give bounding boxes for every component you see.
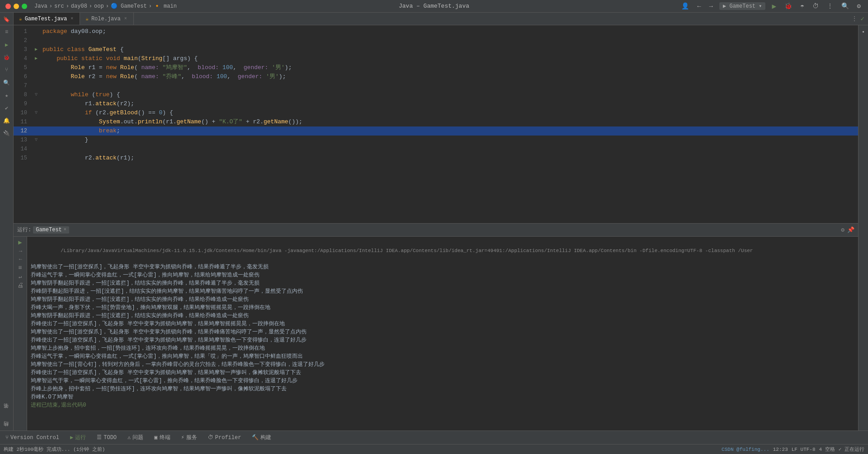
command-line: /Library/Java/JavaVirtualMachines/jdk-11…: [31, 239, 854, 263]
profile-button[interactable]: ⏱: [811, 2, 821, 11]
run-panel-content[interactable]: /Library/Java/JavaVirtualMachines/jdk-11…: [27, 237, 858, 431]
version-control-label: Version Control: [10, 435, 59, 441]
breadcrumb-day08[interactable]: day08: [71, 3, 87, 9]
code-line-1: 1 package day08.oop;: [14, 27, 858, 36]
minimize-button[interactable]: [14, 4, 19, 9]
output-line-9: 乔峰使出了一招[游空探爪]，飞起身形 半空中变掌为抓锁向鸠摩智，结果鸠摩智脸色一…: [31, 336, 854, 344]
issues-item[interactable]: ⚠ 问题: [126, 433, 145, 442]
tab-close-gametest[interactable]: ×: [70, 16, 74, 22]
code-line-5: 5 Role r1 = new Role( name: "鸠摩智", blood…: [14, 63, 858, 72]
output-line-5: 乔峰大喝一声，身形下伏，一招[势雷坐地]，捶向鸠摩智双腿，结果鸠摩智摇摇晃晃，一…: [31, 304, 854, 312]
pin-icon[interactable]: 📌: [847, 226, 854, 234]
maximize-button[interactable]: [22, 4, 27, 9]
tab-close-role[interactable]: ×: [123, 16, 128, 22]
run-panel-actions: ⚙ 📌: [841, 226, 854, 234]
minimap-icon: ▪: [862, 29, 865, 35]
tab-role[interactable]: ☕ Role.java ×: [80, 13, 133, 25]
breadcrumb-src[interactable]: src: [54, 3, 64, 9]
output-line-14: 鸠摩智运气于掌，一瞬间掌心变得血红，一式[掌心雷]，推向乔峰，结果乔峰脸色一下变…: [31, 377, 854, 385]
line-col[interactable]: 12:23: [773, 447, 788, 452]
build-status: 构建 2秒100毫秒 完成功... (1分钟 之前): [4, 446, 105, 453]
output-line-2: 鸠摩智阴手翻起阳手跟进，一招[没遮拦]，结结实实的捶向乔峰，结果乔峰遁了半步，毫…: [31, 279, 854, 287]
notification-icon[interactable]: 🔔: [2, 116, 12, 126]
version-control-item[interactable]: ⑂ Version Control: [4, 434, 61, 442]
run-config-dropdown[interactable]: ▶ GameTest ▾: [719, 2, 765, 10]
scroll-up-icon[interactable]: ↑: [17, 249, 23, 253]
terminal-label: 终端: [160, 434, 170, 441]
code-line-2: 2: [14, 36, 858, 45]
filter-icon[interactable]: ≡: [18, 264, 22, 271]
back-icon[interactable]: ←: [695, 2, 703, 11]
run-icon[interactable]: ▶: [2, 40, 12, 50]
services-label: 服务: [186, 434, 197, 441]
breadcrumb-oop[interactable]: oop: [94, 3, 104, 9]
more-button[interactable]: ⋮: [825, 1, 835, 11]
java-file-icon: ☕: [19, 16, 22, 22]
todo-label: TODO: [104, 435, 117, 441]
code-line-13: 13 ▽ }: [14, 136, 858, 145]
settings-icon[interactable]: ⚙: [855, 1, 863, 11]
tab-gametest[interactable]: ☕ GameTest.java ×: [14, 13, 80, 25]
forward-icon[interactable]: →: [708, 2, 715, 11]
output-line-1: 乔峰运气于掌，一瞬间掌心变得血红，一式[掌心雷]，推向鸠摩智，结果给鸠摩智造成一…: [31, 271, 854, 279]
find-icon[interactable]: 🔍: [2, 78, 12, 88]
run-label: 运行:: [17, 226, 31, 234]
main-area: ≡ ▶ 🐞 ⑂ 🔍 ★ ✔ 🔔 🔌 书签 结构 1 package day08.…: [0, 25, 868, 431]
debug-icon[interactable]: 🐞: [2, 52, 12, 62]
todo-item[interactable]: ☰ TODO: [95, 433, 118, 442]
output-exit: 进程已结束,退出代码0: [31, 401, 854, 409]
todo-icon[interactable]: ✔: [2, 103, 12, 113]
more-tabs-icon[interactable]: ⋮: [852, 15, 857, 22]
build-item[interactable]: 🔨 构建: [250, 433, 273, 442]
account-icon[interactable]: 👤: [679, 1, 691, 11]
build-label: 构建: [260, 434, 271, 441]
code-line-6: 6 Role r2 = new Role( name: "乔峰", blood:…: [14, 72, 858, 81]
run-panel-wrap: ▶ ↑ ↓ ≡ ↵ 🖨 /Library/Java/JavaVirtualMac…: [14, 237, 858, 431]
scroll-down-icon[interactable]: ↓: [17, 257, 23, 261]
git-status[interactable]: CSDN @fulfing...: [722, 447, 769, 452]
encoding[interactable]: LF UTF-8: [792, 447, 816, 452]
tabs-bar: 🔖 ☕ GameTest.java × ☕ Role.java × ⋮ ✓: [0, 13, 868, 25]
output-line-11: 乔峰运气于掌，一瞬间掌心变得血红，一式[掌心雷]，推向鸠摩智，结果「哎」的一声，…: [31, 352, 854, 360]
git-branch-icon: ⑂: [5, 435, 9, 441]
terminal-icon: ▣: [154, 434, 157, 441]
settings-icon-run[interactable]: ⚙: [841, 226, 844, 234]
code-line-8: 8 ▽ while (true) {: [14, 90, 858, 99]
wrap-icon[interactable]: ↵: [19, 273, 22, 280]
code-line-11: 11 System.out.println(r1.getName() + "K.…: [14, 117, 858, 126]
run-play-icon[interactable]: ▶: [18, 239, 22, 246]
checkmark-icon: ✓: [861, 15, 864, 23]
status-left: 构建 2秒100毫秒 完成功... (1分钟 之前): [4, 446, 105, 453]
run-config-close[interactable]: ×: [64, 227, 66, 232]
print-icon[interactable]: 🖨: [17, 282, 24, 289]
structure-icon[interactable]: ≡: [2, 27, 12, 37]
output-line-13: 乔峰使出了一招[游空探爪]，飞起身形 半空中变掌为抓锁向鸠摩智，结果鸠摩智一声惨…: [31, 369, 854, 377]
coverage-button[interactable]: ☂: [798, 1, 806, 11]
plugins-icon[interactable]: 🔌: [2, 128, 12, 138]
profiler-item[interactable]: ⏱ Profiler: [206, 433, 243, 442]
debug-button[interactable]: 🐞: [783, 1, 794, 11]
git-icon[interactable]: ⑂: [2, 65, 12, 75]
run-item[interactable]: ▶ 运行: [68, 433, 88, 442]
todo-bottom-icon: ☰: [97, 434, 102, 441]
tab-gametest-label: GameTest.java: [25, 16, 67, 22]
run-config-tab[interactable]: GameTest ×: [33, 226, 69, 234]
breadcrumb-gametest[interactable]: 🔵 GameTest: [111, 3, 147, 9]
breadcrumb-main[interactable]: 🔸 main: [154, 3, 177, 9]
breadcrumb-java[interactable]: Java: [34, 3, 47, 9]
terminal-item[interactable]: ▣ 终端: [152, 433, 172, 442]
run-button[interactable]: ▶: [770, 1, 778, 12]
issues-icon: ⚠: [127, 434, 131, 441]
services-item[interactable]: ⚡ 服务: [179, 433, 199, 442]
bookmark-sidebar-icon[interactable]: ★: [2, 90, 12, 100]
close-button[interactable]: [5, 4, 11, 9]
output-line-12: 鸠摩智使出了一招[背心钉]，转到对方的身后，一掌向乔峰背心的灵台穴拍去，结果乔峰…: [31, 360, 854, 369]
crlf[interactable]: ✓ 正在运行: [839, 446, 864, 453]
window-title: Java – GameTest.java: [399, 3, 469, 9]
indent[interactable]: 4 空格: [819, 446, 835, 453]
run-label-bottom: 运行: [75, 434, 86, 441]
search-icon[interactable]: 🔍: [840, 1, 851, 11]
code-line-14: 14: [14, 145, 858, 154]
code-line-9: 9 r1.attack(r2);: [14, 99, 858, 108]
code-container[interactable]: 1 package day08.oop; 2 3 ▶ public class …: [14, 25, 858, 223]
